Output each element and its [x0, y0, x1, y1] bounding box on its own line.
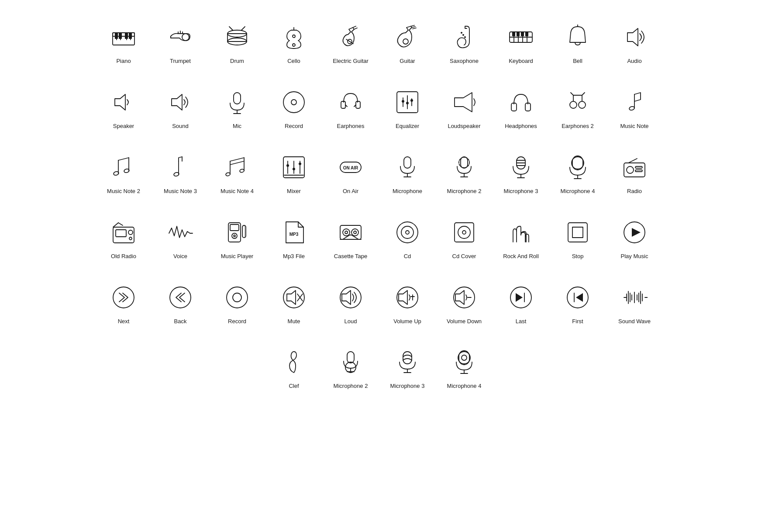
- svg-line-80: [230, 158, 244, 161]
- svg-point-119: [129, 237, 132, 240]
- svg-point-30: [461, 32, 462, 34]
- svg-line-25: [354, 28, 357, 29]
- icon-stop[interactable]: Stop: [549, 208, 606, 273]
- icon-record2[interactable]: Record: [209, 273, 265, 339]
- svg-line-115: [628, 159, 637, 163]
- icon-electric-guitar[interactable]: Electric Guitar: [322, 13, 379, 78]
- svg-marker-45: [115, 94, 125, 110]
- icon-drum[interactable]: Drum: [209, 13, 265, 78]
- svg-point-32: [464, 36, 466, 38]
- icon-sound-wave[interactable]: Sound Wave: [606, 273, 663, 339]
- icon-microphone-2[interactable]: Microphone 2: [436, 143, 493, 208]
- icon-mic[interactable]: Mic: [209, 78, 265, 143]
- icon-mixer[interactable]: Mixer: [265, 143, 322, 208]
- icon-mute[interactable]: Mute: [265, 273, 322, 339]
- svg-point-132: [345, 231, 348, 234]
- icon-headphones[interactable]: Headphones: [493, 78, 549, 143]
- svg-marker-160: [455, 290, 464, 304]
- icon-microphone-3[interactable]: Microphone 3: [493, 143, 549, 208]
- icon-volume-down[interactable]: Volume Down: [436, 273, 493, 339]
- svg-text:MP3: MP3: [289, 232, 299, 237]
- icon-volume-up[interactable]: Volume Up: [379, 273, 436, 339]
- icon-bell[interactable]: Bell: [549, 13, 606, 78]
- svg-point-145: [113, 287, 134, 308]
- icon-cello[interactable]: Cello: [265, 13, 322, 78]
- svg-rect-15: [227, 34, 247, 41]
- icon-piano[interactable]: Piano: [95, 13, 152, 78]
- svg-point-133: [354, 231, 356, 234]
- icon-trumpet[interactable]: Trumpet: [152, 13, 209, 78]
- icon-loudspeaker[interactable]: Loudspeaker: [436, 78, 493, 143]
- svg-marker-44: [627, 28, 638, 46]
- svg-point-66: [579, 101, 586, 108]
- svg-marker-154: [342, 290, 351, 304]
- icon-cd-cover[interactable]: Cd Cover: [436, 208, 493, 273]
- svg-line-67: [571, 93, 573, 95]
- icon-speaker[interactable]: Speaker: [95, 78, 152, 143]
- svg-point-90: [299, 162, 301, 165]
- icon-earphones[interactable]: Earphones: [322, 78, 379, 143]
- icon-old-radio[interactable]: Old Radio: [95, 208, 152, 273]
- icon-play-music[interactable]: Play Music: [606, 208, 663, 273]
- svg-point-146: [170, 287, 191, 308]
- svg-point-148: [233, 293, 241, 302]
- svg-point-20: [293, 44, 295, 46]
- svg-point-135: [397, 222, 418, 243]
- icon-next[interactable]: Next: [95, 273, 152, 339]
- icon-last[interactable]: Last: [493, 273, 549, 339]
- icon-microphone-4b[interactable]: Microphone 4: [436, 338, 493, 403]
- icon-microphone-2b[interactable]: Microphone 2: [322, 338, 379, 403]
- svg-line-83: [230, 161, 244, 165]
- svg-point-79: [225, 172, 230, 176]
- icon-microphone-3b[interactable]: Microphone 3: [379, 338, 436, 403]
- icon-sound[interactable]: Sound: [152, 78, 209, 143]
- icon-casette-tape[interactable]: Casette Tape: [322, 208, 379, 273]
- icon-music-note-4[interactable]: Music Note 4: [209, 143, 265, 208]
- icon-rock-and-roll[interactable]: Rock And Roll: [493, 208, 549, 273]
- icon-music-note[interactable]: Music Note: [606, 78, 663, 143]
- icon-voice[interactable]: Voice: [152, 208, 209, 273]
- svg-marker-156: [399, 290, 407, 304]
- svg-point-69: [629, 106, 635, 111]
- icon-mp3-file[interactable]: MP3 Mp3 File: [265, 208, 322, 273]
- icon-music-note-3[interactable]: Music Note 3: [152, 143, 209, 208]
- svg-point-50: [283, 92, 304, 113]
- svg-point-140: [462, 231, 466, 234]
- svg-point-89: [293, 168, 295, 170]
- icon-radio[interactable]: Radio: [606, 143, 663, 208]
- icon-earphones-2[interactable]: Earphones 2: [549, 78, 606, 143]
- svg-marker-163: [516, 293, 523, 302]
- icon-audio[interactable]: Audio: [606, 13, 663, 78]
- icon-music-note-2[interactable]: Music Note 2: [95, 143, 152, 208]
- icon-clef[interactable]: Clef: [265, 338, 322, 403]
- svg-rect-127: [244, 225, 246, 238]
- icon-on-air[interactable]: ON AIR On Air: [322, 143, 379, 208]
- svg-rect-142: [572, 227, 583, 238]
- icon-microphone[interactable]: Microphone: [379, 143, 436, 208]
- icon-keyboard[interactable]: Keyboard: [493, 13, 549, 78]
- svg-point-31: [462, 34, 464, 36]
- icon-saxophone[interactable]: Saxophone: [436, 13, 493, 78]
- icon-guitar[interactable]: Guitar: [379, 13, 436, 78]
- icon-first[interactable]: First: [549, 273, 606, 339]
- svg-point-131: [351, 229, 358, 236]
- svg-rect-9: [129, 33, 132, 39]
- svg-rect-123: [230, 225, 239, 231]
- icon-music-player[interactable]: Music Player: [209, 208, 265, 273]
- svg-rect-179: [347, 352, 354, 363]
- icon-record[interactable]: Record: [265, 78, 322, 143]
- svg-point-136: [401, 226, 413, 238]
- svg-point-60: [402, 100, 404, 103]
- svg-line-28: [412, 27, 415, 28]
- icon-back[interactable]: Back: [152, 273, 209, 339]
- svg-rect-129: [340, 225, 361, 239]
- icon-microphone-4[interactable]: Microphone 4: [549, 143, 606, 208]
- svg-line-29: [413, 28, 416, 29]
- icon-loud[interactable]: Loud: [322, 273, 379, 339]
- icon-cd[interactable]: Cd: [379, 208, 436, 273]
- svg-rect-94: [404, 157, 411, 168]
- svg-point-51: [291, 100, 296, 105]
- svg-point-82: [239, 169, 244, 173]
- svg-line-68: [582, 93, 585, 95]
- icon-equalizer[interactable]: Equalizer: [379, 78, 436, 143]
